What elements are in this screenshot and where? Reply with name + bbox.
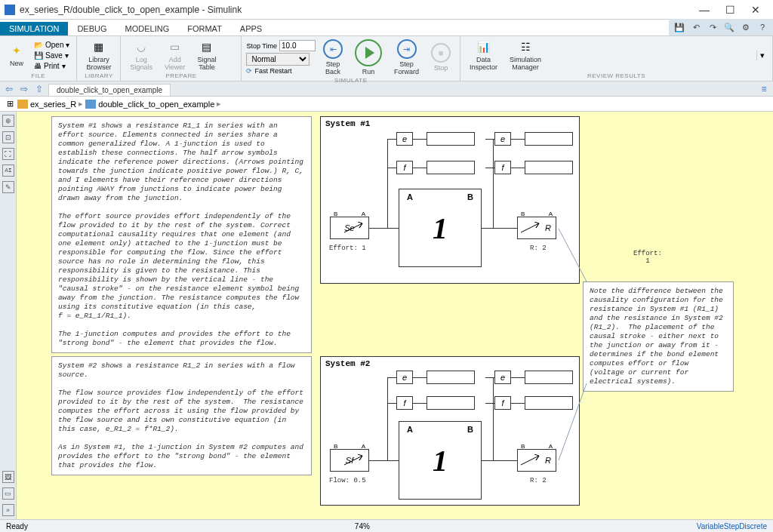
image-tool[interactable]: 🖼 — [2, 471, 14, 483]
expand-tool[interactable]: » — [2, 504, 14, 516]
print-button[interactable]: 🖶Print ▾ — [32, 61, 72, 71]
close-button[interactable]: ✕ — [743, 2, 768, 18]
nav-back-button[interactable]: ⇦ — [3, 84, 15, 94]
expand-gallery-button[interactable]: ▾ — [756, 51, 768, 60]
annotation-note[interactable]: Note the difference between the causalit… — [583, 281, 734, 392]
r2-val-label: R: 2 — [530, 477, 547, 484]
zoom-fit-tool[interactable]: ⊡ — [2, 131, 14, 143]
group-library: ▦ Library Browser LIBRARY — [77, 36, 121, 81]
undo-icon[interactable]: ↶ — [690, 21, 702, 33]
block-resistance-2[interactable]: B A R — [517, 449, 556, 472]
annotation-sys1[interactable]: System #1 shows a resistance R1_1 in ser… — [51, 116, 312, 353]
viewmark-tool[interactable]: ▭ — [2, 487, 14, 500]
block-f-left-2[interactable]: f — [396, 396, 413, 410]
step-forward-button[interactable]: ⇥ Step Forward — [390, 38, 423, 77]
nav-row: ⇦ ⇨ ⇧ double_click_to_open_example ≡ — [0, 81, 773, 97]
redo-icon[interactable]: ↷ — [707, 21, 719, 33]
data-inspector-button[interactable]: 📊 Data Inspector — [465, 38, 502, 72]
tab-format[interactable]: FORMAT — [178, 22, 231, 35]
block-one-junction[interactable]: A B 1 — [399, 189, 482, 267]
block-e-left-2[interactable]: e — [396, 371, 413, 384]
save-button[interactable]: 💾Save ▾ — [32, 51, 72, 60]
model-tab[interactable]: double_click_to_open_example — [48, 84, 171, 96]
new-icon: ✦ — [9, 43, 24, 58]
minimize-button[interactable]: — — [691, 2, 717, 18]
system-1-group[interactable]: System #1 B A Se Effort: 1 A B 1 B A R — [320, 116, 580, 284]
block-scope-f2[interactable] — [525, 161, 573, 174]
viewer-icon: ▭ — [168, 39, 183, 54]
block-flow-source[interactable]: B A Sf — [330, 449, 369, 472]
nav-up-button[interactable]: ⇧ — [33, 84, 45, 94]
block-scope-e4[interactable] — [525, 371, 573, 384]
fastrestart-icon: ⟳ — [246, 67, 252, 75]
fit-tool[interactable]: ⛶ — [2, 148, 14, 160]
block-f-left-1[interactable]: f — [396, 161, 413, 174]
stoptime-input[interactable] — [279, 40, 316, 51]
block-scope-e2[interactable] — [525, 132, 573, 146]
status-solver[interactable]: VariableStepDiscrete — [697, 522, 767, 530]
run-button[interactable]: Run — [350, 38, 386, 77]
step-fwd-icon: ⇥ — [397, 39, 417, 59]
status-ready: Ready — [6, 522, 28, 530]
toolstrip: ✦ New 📂Open ▾ 💾Save ▾ 🖶Print ▾ FILE ▦ Li… — [0, 36, 773, 81]
status-bar: Ready 74% VariableStepDiscrete — [0, 519, 773, 532]
group-label-file: FILE — [5, 72, 72, 79]
block-scope-e1[interactable] — [427, 132, 475, 146]
block-effort-source[interactable]: B A Se — [330, 217, 369, 239]
block-e-left-1[interactable]: e — [396, 132, 413, 146]
block-f-right-1[interactable]: f — [494, 161, 511, 174]
library-browser-button[interactable]: ▦ Library Browser — [82, 38, 115, 72]
log-signals-button[interactable]: ◡ Log Signals — [125, 38, 157, 72]
group-label-simulate: SIMULATE — [246, 77, 455, 84]
block-e-right-2[interactable]: e — [494, 371, 511, 384]
sys1-title: System #1 — [325, 119, 370, 128]
block-resistance-1[interactable]: B A R — [517, 217, 556, 239]
sim-mode-select[interactable]: Normal — [246, 53, 310, 66]
zoom-in-tool[interactable]: ⊕ — [2, 115, 14, 127]
tab-apps[interactable]: APPS — [231, 22, 271, 35]
sys2-title: System #2 — [325, 359, 370, 368]
r1-val-label: R: 2 — [530, 244, 547, 252]
signal-table-button[interactable]: ▤ Signal Table — [192, 38, 220, 72]
subsys-icon — [85, 100, 96, 109]
stop-button[interactable]: ■ Stop — [427, 42, 455, 73]
run-icon — [355, 39, 382, 66]
block-scope-f4[interactable] — [525, 396, 573, 410]
sample-time-tool[interactable]: AƩ — [2, 165, 14, 177]
new-label: New — [10, 60, 23, 67]
block-one-junction-2[interactable]: A B 1 — [399, 421, 482, 500]
search-icon[interactable]: 🔍 — [723, 21, 735, 33]
tab-modeling[interactable]: MODELING — [116, 22, 179, 35]
new-button[interactable]: ✦ New — [5, 42, 29, 69]
tab-simulation[interactable]: SIMULATION — [0, 22, 68, 35]
open-button[interactable]: 📂Open ▾ — [32, 40, 72, 50]
sim-manager-button[interactable]: ☷ Simulation Manager — [505, 38, 546, 72]
block-scope-e3[interactable] — [427, 371, 475, 384]
status-zoom[interactable]: 74% — [28, 522, 697, 530]
annotation-sys2[interactable]: System #2 shows a resistance R1_2 in ser… — [51, 356, 312, 475]
block-scope-f3[interactable] — [427, 396, 475, 410]
block-scope-f1[interactable] — [427, 161, 475, 174]
disk-icon: 💾 — [34, 51, 43, 60]
app-icon — [5, 5, 15, 15]
maximize-button[interactable]: ☐ — [717, 2, 743, 18]
gear-icon[interactable]: ⚙ — [740, 21, 752, 33]
group-review: 📊 Data Inspector ☷ Simulation Manager ▾ … — [460, 36, 773, 81]
crumb-root[interactable]: ex_series_R — [30, 100, 76, 109]
block-e-right-1[interactable]: e — [494, 132, 511, 146]
save-icon[interactable]: 💾 — [673, 21, 685, 33]
step-back-button[interactable]: ⇤ Step Back — [319, 38, 347, 77]
nav-fwd-button[interactable]: ⇨ — [18, 84, 30, 94]
fast-restart-button[interactable]: ⟳Fast Restart — [246, 67, 316, 75]
block-f-right-2[interactable]: f — [494, 396, 511, 410]
breadcrumb: ⊞ ex_series_R ▸ double_click_to_open_exa… — [0, 97, 773, 112]
annotation-tool[interactable]: ✎ — [2, 181, 14, 193]
nav-menu-button[interactable]: ≡ — [758, 84, 770, 94]
help-icon[interactable]: ? — [756, 21, 768, 33]
model-browser-toggle[interactable]: ⊞ — [5, 99, 15, 109]
model-canvas[interactable]: System #1 shows a resistance R1_1 in ser… — [17, 112, 773, 519]
tab-debug[interactable]: DEBUG — [68, 22, 115, 35]
crumb-current[interactable]: double_click_to_open_example — [98, 100, 214, 109]
inspector-icon: 📊 — [476, 39, 491, 54]
add-viewer-button[interactable]: ▭ Add Viewer — [160, 38, 189, 72]
